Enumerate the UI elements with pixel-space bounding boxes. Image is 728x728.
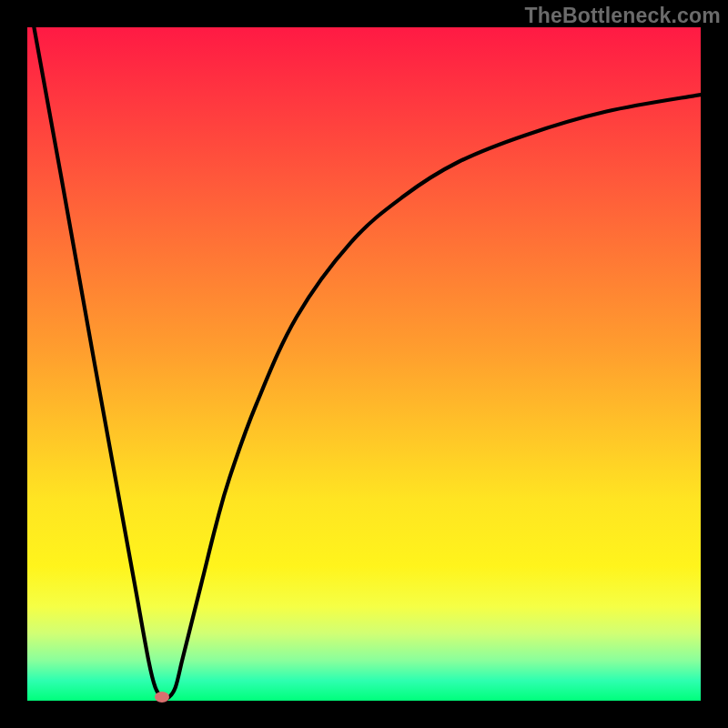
gradient-plot-area <box>27 27 701 701</box>
watermark-text: TheBottleneck.com <box>524 4 721 28</box>
chart-frame: TheBottleneck.com <box>0 0 728 728</box>
optimal-point-marker <box>155 692 169 703</box>
